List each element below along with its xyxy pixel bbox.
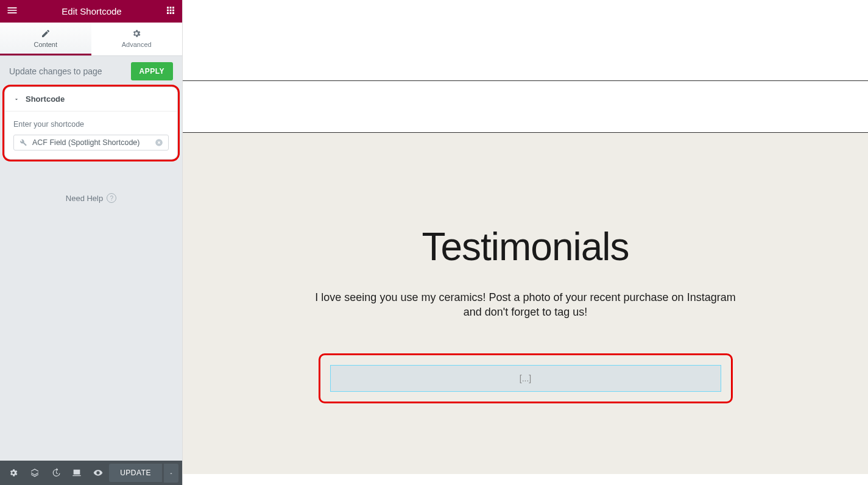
section-toggle[interactable]: Shortcode	[5, 87, 177, 112]
editor-sidebar: Edit Shortcode Content Advanced Update c…	[0, 0, 183, 485]
preview-canvas: Testimonials I love seeing you use my ce…	[183, 0, 868, 485]
update-dropdown[interactable]	[163, 464, 178, 483]
apply-button[interactable]: APPLY	[131, 62, 173, 80]
preview-spacer	[183, 0, 868, 81]
navigator-icon[interactable]	[25, 461, 45, 485]
menu-icon[interactable]	[6, 4, 18, 19]
apps-icon[interactable]	[165, 5, 176, 18]
settings-icon[interactable]	[4, 461, 24, 485]
wrench-icon	[19, 138, 27, 147]
section-subtext: I love seeing you use my ceramics! Post …	[312, 290, 739, 320]
shortcode-value: ACF Field (Spotlight Shortcode)	[32, 138, 150, 147]
tab-advanced-label: Advanced	[122, 41, 152, 48]
section-title: Shortcode	[26, 94, 65, 104]
tab-advanced[interactable]: Advanced	[91, 23, 183, 55]
help-label: Need Help	[66, 194, 103, 203]
preview-icon[interactable]	[88, 461, 108, 485]
field-label: Enter your shortcode	[13, 120, 169, 129]
testimonials-section: Testimonials I love seeing you use my ce…	[183, 133, 868, 474]
shortcode-panel: Shortcode Enter your shortcode ACF Field…	[4, 87, 178, 160]
history-icon[interactable]	[46, 461, 66, 485]
responsive-icon[interactable]	[67, 461, 87, 485]
footer-bar: UPDATE	[0, 461, 182, 485]
sidebar-header: Edit Shortcode	[0, 0, 182, 23]
section-body: Enter your shortcode ACF Field (Spotligh…	[5, 112, 177, 159]
shortcode-widget[interactable]: [...]	[330, 365, 721, 392]
caret-down-icon	[13, 96, 19, 102]
update-button[interactable]: UPDATE	[109, 464, 162, 482]
update-row: Update changes to page APPLY	[0, 56, 182, 87]
help-link[interactable]: Need Help ?	[0, 160, 182, 236]
shortcode-widget-highlight: [...]	[319, 353, 733, 403]
panel-title: Edit Shortcode	[62, 6, 121, 16]
shortcode-placeholder: [...]	[520, 373, 531, 383]
section-heading: Testimonials	[183, 224, 868, 269]
preview-gap	[183, 81, 868, 133]
shortcode-input[interactable]: ACF Field (Spotlight Shortcode)	[13, 135, 169, 150]
help-icon: ?	[107, 193, 116, 203]
tabs: Content Advanced	[0, 23, 182, 56]
tab-content-label: Content	[34, 41, 57, 48]
update-label: Update changes to page	[9, 66, 102, 76]
tab-content[interactable]: Content	[0, 23, 91, 55]
clear-icon[interactable]	[155, 138, 163, 147]
